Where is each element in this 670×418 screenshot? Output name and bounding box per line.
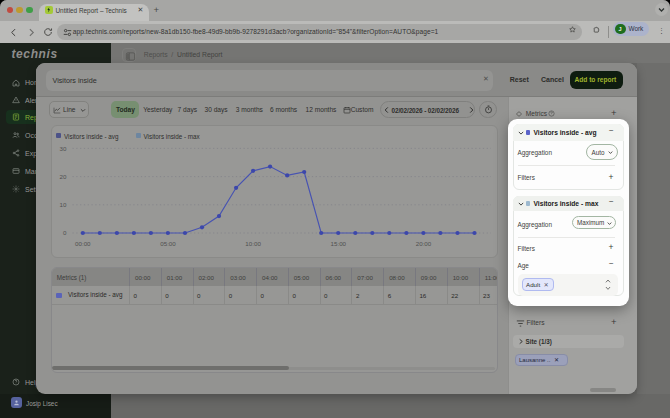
svg-text:20:00: 20:00 bbox=[415, 240, 431, 247]
svg-text:00:00: 00:00 bbox=[75, 240, 91, 247]
svg-text:20: 20 bbox=[59, 173, 66, 180]
svg-text:10: 10 bbox=[59, 201, 66, 208]
svg-text:30: 30 bbox=[59, 145, 66, 152]
svg-text:10:00: 10:00 bbox=[245, 240, 261, 247]
svg-text:0: 0 bbox=[63, 229, 67, 236]
svg-text:05:00: 05:00 bbox=[160, 240, 176, 247]
svg-text:15:00: 15:00 bbox=[330, 240, 346, 247]
